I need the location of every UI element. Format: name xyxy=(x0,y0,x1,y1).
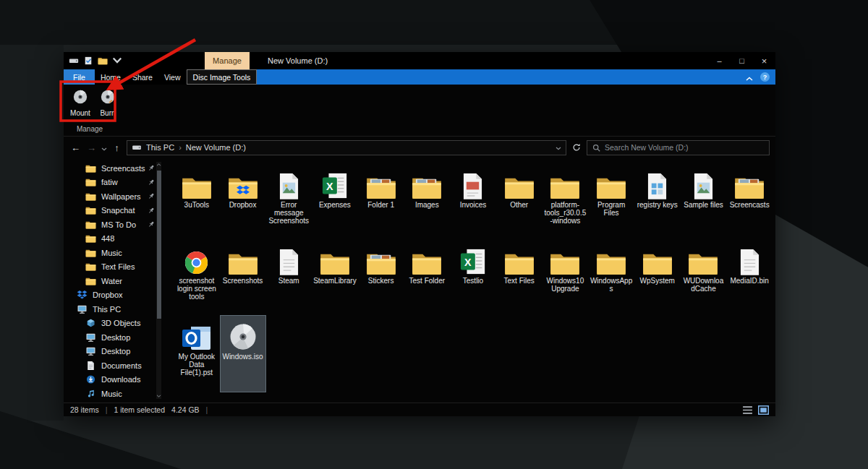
folder-small-icon xyxy=(85,249,96,257)
details-view-icon[interactable] xyxy=(742,405,753,415)
file-item-other[interactable]: Other xyxy=(497,164,542,240)
sidebar-item-448[interactable]: 448 xyxy=(64,232,168,246)
file-item-steam[interactable]: Steam xyxy=(266,240,311,316)
chevron-down-icon[interactable] xyxy=(112,56,122,65)
tab-home[interactable]: Home xyxy=(95,69,127,85)
sidebar-item-music[interactable]: Music xyxy=(64,387,168,401)
file-item-error-message-screenshots[interactable]: Error message Screenshots xyxy=(266,164,311,240)
minimize-button[interactable]: – xyxy=(708,52,731,69)
sidebar-item-desktop[interactable]: Desktop xyxy=(64,330,168,345)
address-bar[interactable]: This PC›New Volume (D:) xyxy=(127,140,566,155)
file-item-3utools[interactable]: 3uTools xyxy=(174,164,219,240)
sidebar-item-snapchat[interactable]: Snapchat xyxy=(64,204,168,218)
contextual-tab-manage[interactable]: Manage xyxy=(205,52,250,69)
file-item-text-files[interactable]: Text Files xyxy=(497,240,542,316)
svg-text:X: X xyxy=(464,257,472,268)
sidebar-item-screencasts[interactable]: Screencasts xyxy=(64,161,168,176)
breadcrumb-item-new-volume-d[interactable]: New Volume (D:) xyxy=(186,143,246,152)
sidebar-item-desktop[interactable]: Desktop xyxy=(64,345,168,359)
sidebar-item-ms-to-do[interactable]: MS To Do xyxy=(64,218,168,232)
search-icon xyxy=(592,144,600,152)
tab-file[interactable]: File xyxy=(64,69,95,85)
file-item-program-files[interactable]: Program Files xyxy=(589,164,634,240)
scroll-down-icon[interactable] xyxy=(156,393,161,399)
ribbon-button-label: Mount xyxy=(70,109,90,117)
scroll-up-icon[interactable] xyxy=(156,162,161,168)
ribbon-button-mount[interactable]: Mount xyxy=(68,87,93,117)
file-item-wudownloadcache[interactable]: WUDownloadCache xyxy=(681,240,726,316)
file-item-screenshots[interactable]: Screenshots xyxy=(221,240,265,316)
status-bar: 28 items | 1 item selected 4.24 GB | xyxy=(64,403,775,416)
sidebar-item-fatiw[interactable]: fatiw xyxy=(64,176,168,190)
sidebar-item-label: Music xyxy=(101,249,122,257)
location-drive-icon xyxy=(132,144,142,151)
maximize-button[interactable]: □ xyxy=(731,52,753,69)
file-item-screencasts[interactable]: Screencasts xyxy=(727,164,772,240)
help-icon[interactable]: ? xyxy=(760,72,770,82)
breadcrumb-separator: › xyxy=(179,143,182,152)
file-item-windows-iso[interactable]: Windows.iso xyxy=(221,316,265,392)
address-dropdown-icon[interactable] xyxy=(556,143,561,152)
file-item-label: WUDownloadCache xyxy=(681,277,725,293)
properties-icon[interactable] xyxy=(83,56,93,65)
search-box[interactable] xyxy=(587,140,770,155)
sidebar-item-downloads[interactable]: Downloads xyxy=(64,373,168,387)
file-item-label: Sample files xyxy=(681,201,725,209)
folder-icon xyxy=(543,241,587,277)
sidebar-item-water[interactable]: Water xyxy=(64,274,168,288)
minimize-ribbon-icon[interactable] xyxy=(746,71,753,84)
thumbnail-view-icon[interactable] xyxy=(758,405,769,415)
sidebar-scrollbar[interactable] xyxy=(156,162,161,399)
file-item-windows10-upgrade[interactable]: Windows10 Upgrade xyxy=(542,240,587,316)
back-button[interactable]: ← xyxy=(69,142,82,153)
tab-share[interactable]: Share xyxy=(127,69,158,85)
sidebar-item-text-files[interactable]: Text Files xyxy=(64,260,168,275)
file-item-label: Images xyxy=(405,201,448,209)
sidebar-item-label: Documents xyxy=(101,361,142,370)
file-item-dropbox[interactable]: Dropbox xyxy=(221,164,265,240)
file-item-platform-tools-r30-0-5-windows[interactable]: platform-tools_r30.0.5-windows xyxy=(542,164,587,240)
file-item-mediaid-bin[interactable]: MediaID.bin xyxy=(727,240,772,316)
sidebar-item-3d-objects[interactable]: 3D Objects xyxy=(64,317,168,331)
file-item-testlio[interactable]: XTestlio xyxy=(451,240,495,316)
sidebar-item-dropbox[interactable]: Dropbox xyxy=(64,288,168,303)
folder-icon xyxy=(175,165,218,201)
up-button[interactable]: ↑ xyxy=(111,142,123,153)
file-item-registry-keys[interactable]: registry keys xyxy=(635,164,680,240)
recent-locations-icon[interactable] xyxy=(101,141,107,154)
forward-button[interactable]: → xyxy=(85,142,98,153)
sidebar-item-label: Wallpapers xyxy=(101,192,141,201)
file-item-steamlibrary[interactable]: SteamLibrary xyxy=(312,240,357,316)
file-item-invoices[interactable]: Invoices xyxy=(451,164,495,240)
file-item-stickers[interactable]: Stickers xyxy=(359,240,404,316)
ribbon-button-burn[interactable]: Burn xyxy=(95,87,120,117)
quick-access-toolbar[interactable] xyxy=(69,52,122,69)
file-item-my-outlook-data-file-1-pst[interactable]: My Outlook Data File(1).pst xyxy=(174,316,219,392)
breadcrumb-item-this-pc[interactable]: This PC xyxy=(146,143,174,152)
file-item-test-folder[interactable]: Test Folder xyxy=(404,240,449,316)
sidebar-item-documents[interactable]: Documents xyxy=(64,358,168,373)
tab-view[interactable]: View xyxy=(158,69,187,85)
scrollbar-thumb[interactable] xyxy=(157,171,161,319)
title-bar[interactable]: Manage New Volume (D:) – □ × xyxy=(64,52,775,69)
file-item-folder-1[interactable]: Folder 1 xyxy=(359,164,404,240)
refresh-icon[interactable] xyxy=(570,140,583,155)
tab-disc-image-tools[interactable]: Disc Image Tools xyxy=(187,69,258,85)
monitor-icon xyxy=(85,333,96,342)
close-button[interactable]: × xyxy=(753,52,775,69)
file-item-screenshot-login-screen-tools[interactable]: screenshot login screen tools xyxy=(174,240,219,316)
file-item-expenses[interactable]: XExpenses xyxy=(312,164,357,240)
folder-small-icon xyxy=(85,164,96,173)
file-item-windowsapps[interactable]: WindowsApps xyxy=(589,240,634,316)
ribbon-body: MountBurn xyxy=(64,85,775,124)
new-folder-icon[interactable] xyxy=(98,56,108,65)
selection-count: 1 item selected xyxy=(114,405,165,414)
sidebar-item-wallpapers[interactable]: Wallpapers xyxy=(64,189,168,204)
file-item-images[interactable]: Images xyxy=(404,164,449,240)
file-item-wpsystem[interactable]: WpSystem xyxy=(635,240,680,316)
search-input[interactable] xyxy=(605,143,764,152)
file-item-sample-files[interactable]: Sample files xyxy=(681,164,726,240)
sidebar-item-music[interactable]: Music xyxy=(64,246,168,260)
sidebar-item-this-pc[interactable]: This PC xyxy=(64,302,168,317)
ribbon-button-label: Burn xyxy=(100,109,115,117)
